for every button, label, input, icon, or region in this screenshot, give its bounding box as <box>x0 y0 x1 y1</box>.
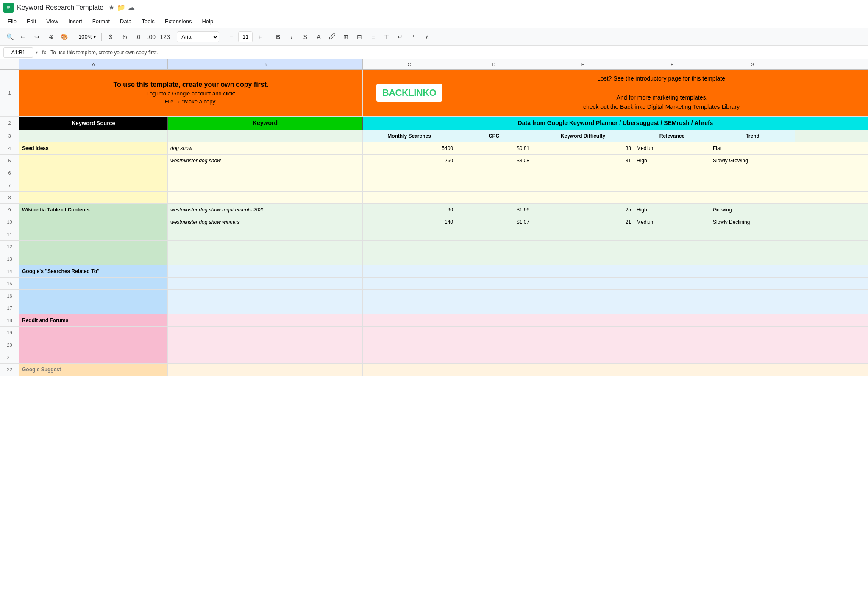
seed-monthly-4 <box>363 192 456 203</box>
font-size-input[interactable] <box>238 31 253 42</box>
cloud-icon[interactable]: ☁ <box>128 3 135 11</box>
wiki-relevance-1: Medium <box>634 216 710 228</box>
percent-button[interactable]: % <box>118 31 131 43</box>
format-123-button[interactable]: 123 <box>159 31 171 43</box>
seed-kd-3 <box>532 179 634 191</box>
italic-button[interactable]: I <box>285 31 298 43</box>
valign-button[interactable]: ⊤ <box>380 31 393 43</box>
sub-header-blank-b <box>168 130 363 142</box>
seed-keyword-2[interactable] <box>168 167 363 179</box>
col-header-e[interactable]: E <box>532 59 634 69</box>
redo-button[interactable]: ↪ <box>31 31 43 43</box>
row-num-wiki-0: 9 <box>0 204 19 216</box>
wiki-keyword-2[interactable] <box>168 228 363 240</box>
reddit-keyword-3[interactable] <box>168 351 363 363</box>
decrease-decimal-button[interactable]: .0 <box>131 31 144 43</box>
decrease-font-button[interactable]: − <box>225 31 237 43</box>
row-num-seed-3: 7 <box>0 179 19 191</box>
increase-font-button[interactable]: + <box>253 31 266 43</box>
reddit-relevance-0 <box>634 314 710 326</box>
col-header-g[interactable]: G <box>710 59 795 69</box>
menu-extensions[interactable]: Extensions <box>161 17 196 26</box>
paint-format-button[interactable]: 🎨 <box>58 31 70 43</box>
reddit-keyword-2[interactable] <box>168 339 363 351</box>
google-keyword-3[interactable] <box>168 302 363 314</box>
wiki-relevance-2 <box>634 228 710 240</box>
seed-keyword-1[interactable]: westminster dog show <box>168 155 363 167</box>
seed-keyword-4[interactable] <box>168 192 363 203</box>
col-header-d[interactable]: D <box>456 59 532 69</box>
align-button[interactable]: ≡ <box>367 31 379 43</box>
star-icon[interactable]: ★ <box>108 3 114 11</box>
menu-view[interactable]: View <box>42 17 62 26</box>
currency-button[interactable]: $ <box>104 31 117 43</box>
google-keyword-0[interactable] <box>168 265 363 277</box>
more-options-button[interactable]: ⋮ <box>407 31 420 43</box>
google-suggest-monthly-0 <box>363 364 456 376</box>
banner-copy-notice: To use this template, create your own co… <box>19 70 363 116</box>
reddit-keyword-0[interactable] <box>168 314 363 326</box>
folder-icon[interactable]: 📁 <box>117 3 125 11</box>
google-keyword-1[interactable] <box>168 278 363 289</box>
col-header-a[interactable]: A <box>19 59 168 69</box>
col-header-b[interactable]: B <box>168 59 363 69</box>
wrap-button[interactable]: ↵ <box>394 31 406 43</box>
cell-reference-input[interactable] <box>3 47 33 58</box>
menu-data[interactable]: Data <box>116 17 136 26</box>
highlight-button[interactable]: 🖊 <box>326 31 339 43</box>
font-selector[interactable]: Arial <box>177 31 219 42</box>
wiki-keyword-1[interactable]: westminster dog show winners <box>168 216 363 228</box>
text-color-button[interactable]: A <box>312 31 325 43</box>
seed-keyword-3[interactable] <box>168 179 363 191</box>
seed-cpc-4 <box>456 192 532 203</box>
section-wikipedia: 9 Wikipedia Table of Contents westminste… <box>0 204 868 265</box>
menu-format[interactable]: Format <box>88 17 114 26</box>
reddit-source-empty-1 <box>19 327 168 339</box>
seed-relevance-1: High <box>634 155 710 167</box>
menu-file[interactable]: File <box>3 17 21 26</box>
menu-insert[interactable]: Insert <box>64 17 86 26</box>
google-relevance-2 <box>634 290 710 302</box>
google-relevance-0 <box>634 265 710 277</box>
seed-kd-1: 31 <box>532 155 634 167</box>
undo-button[interactable]: ↩ <box>17 31 30 43</box>
menu-edit[interactable]: Edit <box>22 17 40 26</box>
wiki-monthly-2 <box>363 228 456 240</box>
seed-relevance-2 <box>634 167 710 179</box>
seed-cpc-3 <box>456 179 532 191</box>
google-trend-2 <box>710 290 795 302</box>
menu-help[interactable]: Help <box>198 17 217 26</box>
seed-cpc-2 <box>456 167 532 179</box>
col-header-f[interactable]: F <box>634 59 710 69</box>
col-header-c[interactable]: C <box>363 59 456 69</box>
bold-button[interactable]: B <box>272 31 284 43</box>
google-suggest-kd-0 <box>532 364 634 376</box>
wiki-keyword-4[interactable] <box>168 253 363 265</box>
borders-button[interactable]: ⊞ <box>339 31 352 43</box>
menu-tools[interactable]: Tools <box>137 17 159 26</box>
collapse-button[interactable]: ∧ <box>421 31 434 43</box>
reddit-keyword-1[interactable] <box>168 327 363 339</box>
seed-row-2: 6 <box>0 167 868 179</box>
google-keyword-2[interactable] <box>168 290 363 302</box>
strikethrough-button[interactable]: S <box>299 31 312 43</box>
search-button[interactable]: 🔍 <box>3 31 16 43</box>
wiki-kd-4 <box>532 253 634 265</box>
formula-fx-icon: fx <box>42 49 46 56</box>
google-relevance-3 <box>634 302 710 314</box>
print-button[interactable]: 🖨 <box>44 31 57 43</box>
row-num-seed-0: 4 <box>0 142 19 154</box>
reddit-row-3: 21 <box>0 351 868 364</box>
merge-button[interactable]: ⊟ <box>353 31 366 43</box>
wiki-row-3: 12 <box>0 241 868 253</box>
wiki-keyword-0[interactable]: westminster dog show requirements 2020 <box>168 204 363 216</box>
row-num-wiki-2: 11 <box>0 228 19 240</box>
google-suggest-keyword-0[interactable] <box>168 364 363 376</box>
banner-sub-line1: Log into a Google account and click: <box>147 90 236 97</box>
wiki-keyword-3[interactable] <box>168 241 363 253</box>
zoom-control[interactable]: 100% ▾ <box>76 33 99 40</box>
increase-decimal-button[interactable]: .00 <box>145 31 158 43</box>
seed-relevance-0: Medium <box>634 142 710 154</box>
seed-keyword-0[interactable]: dog show <box>168 142 363 154</box>
svg-rect-3 <box>7 8 9 8</box>
